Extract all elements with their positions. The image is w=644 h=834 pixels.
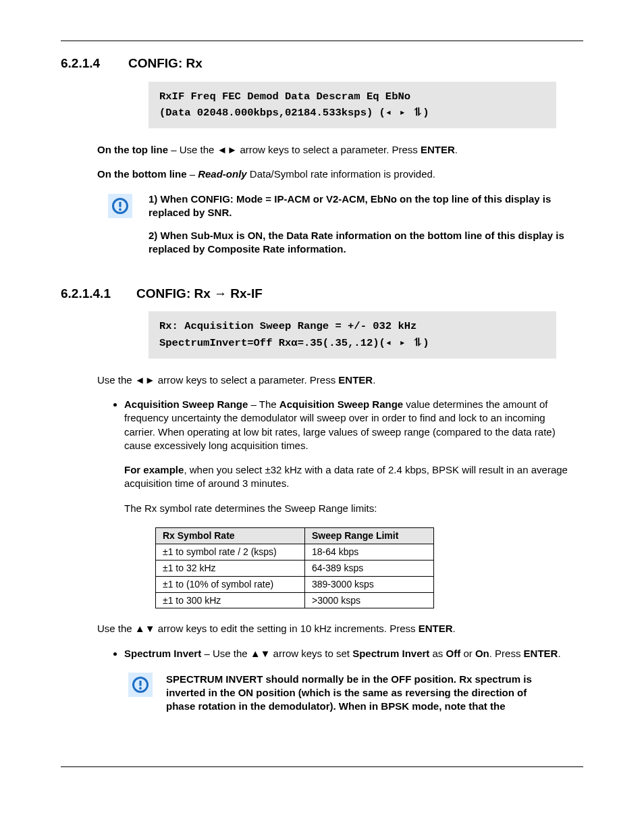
note-block: 1) When CONFIG: Mode = IP-ACM or V2-ACM,… — [108, 192, 583, 266]
section-number: 6.2.1.4 — [61, 55, 128, 72]
text: Use the ◄► arrow keys to select a parame… — [97, 374, 338, 386]
info-icon-container — [128, 673, 153, 697]
info-icon — [128, 673, 153, 697]
param-name-repeat: Spectrum Invert — [352, 648, 429, 659]
table-cell: 18-64 kbps — [305, 544, 434, 560]
svg-rect-4 — [139, 681, 141, 686]
bullet-list: Spectrum Invert – Use the ▲▼ arrow keys … — [104, 647, 583, 714]
table-header: Rx Symbol Rate — [156, 527, 305, 544]
arrow-icons: ◂ ▸ ⥮ — [385, 337, 423, 349]
example-lead: For example — [124, 464, 184, 475]
table-row: ±1 to (10% of symbol rate) 389-3000 ksps — [156, 576, 434, 592]
label-top-line: On the top line — [97, 144, 168, 155]
arrow-icons: ◂ ▸ ⥮ — [385, 107, 423, 119]
text: – The — [251, 398, 279, 410]
bullet-list: Acquisition Sweep Range – The Acquisitio… — [104, 398, 583, 515]
paragraph: On the top line – Use the ◄► arrow keys … — [97, 143, 583, 157]
table-cell: ±1 to 300 kHz — [156, 592, 305, 608]
svg-point-5 — [139, 687, 142, 689]
lcd-line-2-text: (Data 02048.000kbps,02184.533ksps) ( — [159, 107, 385, 119]
text: . — [453, 623, 456, 634]
enter-key: ENTER — [421, 144, 455, 155]
text: – — [187, 168, 198, 180]
text: or — [460, 648, 475, 659]
section-title: CONFIG: Rx — [128, 56, 203, 70]
section-heading: 6.2.1.4.1CONFIG: Rx → Rx-IF — [61, 285, 583, 303]
info-icon — [108, 194, 132, 218]
section-number: 6.2.1.4.1 — [61, 285, 136, 303]
table-cell: >3000 ksps — [305, 592, 434, 608]
text: – Use the ◄► arrow keys to select a para… — [168, 144, 421, 155]
enter-key: ENTER — [419, 623, 453, 634]
paragraph: For example, when you select ±32 kHz wit… — [124, 463, 570, 491]
lcd-line-2-text: SpectrumInvert=Off Rxα=.35(.35,.12)( — [159, 337, 385, 349]
lcd-line-1: RxIF Freq FEC Demod Data Descram Eq EbNo — [159, 88, 545, 105]
info-icon-container — [108, 194, 132, 218]
text: . — [455, 144, 458, 155]
list-item: Spectrum Invert – Use the ▲▼ arrow keys … — [124, 647, 570, 714]
table-header: Sweep Range Limit — [305, 527, 434, 544]
table-row: ±1 to 300 kHz >3000 ksps — [156, 592, 434, 608]
param-name-repeat: Acquisition Sweep Range — [279, 398, 403, 410]
lcd-line-2: (Data 02048.000kbps,02184.533ksps) (◂ ▸ … — [159, 105, 545, 122]
page-content: 6.2.1.4CONFIG: Rx RxIF Freq FEC Demod Da… — [61, 41, 583, 767]
paragraph: Use the ▲▼ arrow keys to edit the settin… — [97, 622, 583, 635]
table-cell: ±1 to (10% of symbol rate) — [156, 576, 305, 592]
lcd-display: Rx: Acquisition Sweep Range = +/- 032 kH… — [149, 311, 556, 359]
table-row: ±1 to symbol rate / 2 (ksps) 18-64 kbps — [156, 544, 434, 560]
table-cell: ±1 to 32 kHz — [156, 560, 305, 576]
text: . — [558, 648, 560, 659]
param-name: Acquisition Sweep Range — [124, 398, 251, 410]
value-on: On — [475, 648, 489, 659]
paragraph: Use the ◄► arrow keys to select a parame… — [97, 373, 583, 387]
label-bottom-line: On the bottom line — [97, 168, 187, 180]
lcd-display: RxIF Freq FEC Demod Data Descram Eq EbNo… — [149, 82, 556, 129]
table-row: ±1 to 32 kHz 64-389 ksps — [156, 560, 434, 576]
enter-key: ENTER — [524, 648, 558, 659]
text: . Press — [489, 648, 524, 659]
readonly-label: Read-only — [198, 168, 247, 180]
table-intro: The Rx symbol rate determines the Sweep … — [124, 502, 570, 515]
svg-point-2 — [119, 208, 122, 211]
lcd-line-2-close: ) — [423, 337, 429, 349]
list-item: Acquisition Sweep Range – The Acquisitio… — [124, 398, 570, 515]
note-item-2: 2) When Sub-Mux is ON, the Data Rate inf… — [149, 229, 583, 257]
lcd-line-1: Rx: Acquisition Sweep Range = +/- 032 kH… — [159, 318, 545, 335]
text: . — [373, 374, 375, 386]
svg-rect-1 — [119, 202, 121, 207]
lcd-line-2-close: ) — [423, 107, 429, 119]
text: as — [429, 648, 446, 659]
param-name: Spectrum Invert — [124, 648, 204, 659]
note-item-1: 1) When CONFIG: Mode = IP-ACM or V2-ACM,… — [149, 192, 583, 220]
text: Use the ▲▼ arrow keys to edit the settin… — [97, 623, 419, 634]
text: Data/Symbol rate information is provided… — [247, 168, 435, 180]
table-cell: ±1 to symbol rate / 2 (ksps) — [156, 544, 305, 560]
enter-key: ENTER — [338, 374, 373, 386]
section-title: CONFIG: Rx → Rx-IF — [136, 286, 263, 301]
table-header-row: Rx Symbol Rate Sweep Range Limit — [156, 527, 434, 544]
text: – Use the ▲▼ arrow keys to set — [204, 648, 352, 659]
section-heading: 6.2.1.4CONFIG: Rx — [61, 55, 583, 72]
note-block: SPECTRUM INVERT should normally be in th… — [128, 673, 556, 714]
paragraph: On the bottom line – Read-only Data/Symb… — [97, 167, 583, 181]
table-cell: 389-3000 ksps — [305, 576, 434, 592]
note-text: 1) When CONFIG: Mode = IP-ACM or V2-ACM,… — [149, 192, 583, 266]
sweep-range-table: Rx Symbol Rate Sweep Range Limit ±1 to s… — [155, 527, 434, 608]
note-text: SPECTRUM INVERT should normally be in th… — [166, 673, 556, 714]
text: , when you select ±32 kHz with a data ra… — [124, 464, 568, 489]
table-cell: 64-389 ksps — [305, 560, 434, 576]
value-off: Off — [446, 648, 461, 659]
lcd-line-2: SpectrumInvert=Off Rxα=.35(.35,.12)(◂ ▸ … — [159, 335, 545, 352]
